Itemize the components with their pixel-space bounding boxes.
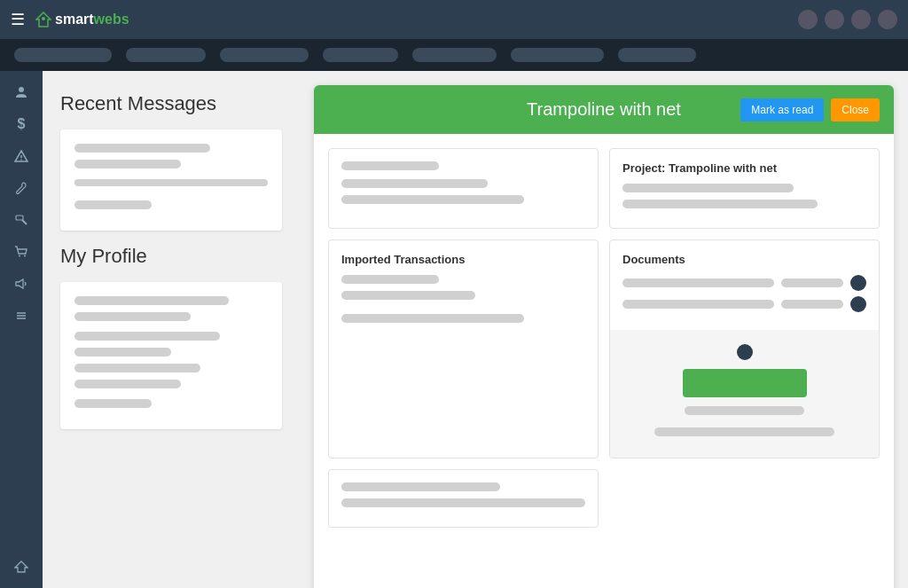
navtabs-bar bbox=[0, 39, 908, 71]
dollar-icon: $ bbox=[18, 116, 26, 132]
svg-point-9 bbox=[24, 255, 26, 257]
upload-button[interactable] bbox=[683, 369, 807, 397]
upload-toggle[interactable] bbox=[737, 344, 753, 360]
navtab-1[interactable] bbox=[14, 48, 112, 62]
skeleton bbox=[74, 332, 220, 341]
modal-header: Trampoline with net Mark as read Close bbox=[314, 85, 894, 134]
sidebar-bottom bbox=[7, 553, 35, 588]
list-icon bbox=[14, 309, 28, 323]
skeleton bbox=[341, 482, 500, 491]
skeleton bbox=[341, 179, 488, 188]
skeleton bbox=[341, 195, 524, 204]
project-card: Project: Trampoline with net bbox=[609, 148, 880, 229]
doc-row-2 bbox=[622, 296, 866, 312]
skeleton bbox=[74, 160, 181, 169]
sidebar-item-alert[interactable] bbox=[7, 142, 35, 170]
logo-text: smartwebs bbox=[55, 12, 129, 27]
skeleton bbox=[341, 275, 439, 284]
svg-point-2 bbox=[19, 87, 24, 92]
app-logo: smartwebs bbox=[35, 12, 129, 27]
svg-point-5 bbox=[20, 159, 22, 161]
documents-title: Documents bbox=[622, 253, 866, 266]
imported-transactions-card: Imported Transactions bbox=[328, 239, 599, 459]
svg-line-7 bbox=[22, 220, 27, 224]
right-panel: Trampoline with net Mark as read Close bbox=[300, 71, 908, 588]
documents-header: Documents bbox=[610, 240, 879, 330]
documents-footer bbox=[610, 330, 879, 458]
navtab-3[interactable] bbox=[220, 48, 309, 62]
documents-card: Documents bbox=[609, 239, 880, 459]
alert-icon bbox=[14, 149, 28, 163]
modal-card-bottom-left bbox=[328, 469, 599, 528]
skeleton bbox=[341, 314, 524, 323]
modal-actions: Mark as read Close bbox=[740, 98, 880, 122]
profile-card bbox=[60, 282, 282, 429]
sidebar: $ bbox=[0, 71, 43, 588]
skeleton bbox=[74, 348, 171, 357]
topbar-circle-2[interactable] bbox=[825, 10, 844, 29]
content-area: Recent Messages My Profile bbox=[43, 71, 908, 588]
navtab-4[interactable] bbox=[323, 48, 398, 62]
svg-rect-6 bbox=[16, 216, 23, 220]
topbar-circle-4[interactable] bbox=[878, 10, 897, 29]
navtab-6[interactable] bbox=[511, 48, 604, 62]
sidebar-item-dollar[interactable]: $ bbox=[7, 110, 35, 138]
skeleton bbox=[622, 300, 774, 309]
svg-point-1 bbox=[42, 17, 45, 20]
cart-icon bbox=[14, 245, 28, 259]
main-layout: $ bbox=[0, 71, 908, 588]
doc-toggle-2[interactable] bbox=[850, 296, 866, 312]
modal-body: Project: Trampoline with net Imported Tr… bbox=[314, 134, 894, 542]
close-button[interactable]: Close bbox=[831, 98, 880, 122]
skeleton bbox=[622, 200, 818, 208]
svg-point-8 bbox=[19, 255, 20, 257]
megaphone-icon bbox=[14, 277, 28, 291]
navtab-7[interactable] bbox=[618, 48, 696, 62]
skeleton bbox=[74, 144, 210, 153]
modal-title: Trampoline with net bbox=[527, 99, 681, 120]
sidebar-item-wrench[interactable] bbox=[7, 174, 35, 202]
left-panel: Recent Messages My Profile bbox=[43, 71, 300, 588]
skeleton bbox=[341, 161, 439, 170]
skeleton bbox=[781, 300, 843, 309]
recent-messages-title: Recent Messages bbox=[60, 92, 282, 115]
logo-webs: webs bbox=[94, 12, 129, 27]
skeleton bbox=[341, 498, 585, 507]
sidebar-item-person[interactable] bbox=[7, 78, 35, 106]
skeleton bbox=[74, 296, 229, 305]
person-icon bbox=[14, 85, 28, 99]
skeleton bbox=[622, 278, 774, 287]
navtab-2[interactable] bbox=[126, 48, 206, 62]
topbar-circle-3[interactable] bbox=[851, 10, 871, 29]
doc-toggle-1[interactable] bbox=[850, 275, 866, 291]
sidebar-item-hammer[interactable] bbox=[7, 206, 35, 234]
my-profile-title: My Profile bbox=[60, 245, 282, 268]
sidebar-item-cart[interactable] bbox=[7, 238, 35, 266]
sidebar-item-list[interactable] bbox=[7, 302, 35, 330]
skeleton bbox=[74, 380, 181, 388]
topbar-controls bbox=[798, 10, 897, 29]
mark-as-read-button[interactable]: Mark as read bbox=[740, 98, 824, 122]
navtab-5[interactable] bbox=[412, 48, 497, 62]
message-card-1 bbox=[60, 129, 282, 231]
home-icon bbox=[14, 560, 28, 574]
skeleton bbox=[685, 406, 805, 415]
skeleton bbox=[74, 200, 152, 209]
skeleton bbox=[654, 427, 834, 436]
wrench-icon bbox=[14, 181, 28, 195]
sidebar-item-home[interactable] bbox=[7, 553, 35, 581]
sidebar-item-megaphone[interactable] bbox=[7, 270, 35, 298]
svg-marker-14 bbox=[15, 561, 27, 572]
skeleton bbox=[74, 179, 268, 186]
skeleton bbox=[74, 399, 152, 408]
project-card-title: Project: Trampoline with net bbox=[622, 161, 866, 175]
skeleton bbox=[622, 184, 794, 192]
svg-marker-10 bbox=[16, 279, 23, 288]
topbar-circle-1[interactable] bbox=[798, 10, 818, 29]
skeleton bbox=[341, 291, 475, 300]
logo-icon bbox=[35, 12, 51, 27]
modal-card-top-left bbox=[328, 148, 599, 229]
skeleton bbox=[781, 278, 843, 287]
menu-icon[interactable]: ☰ bbox=[11, 10, 25, 29]
modal-box: Trampoline with net Mark as read Close bbox=[314, 85, 894, 588]
